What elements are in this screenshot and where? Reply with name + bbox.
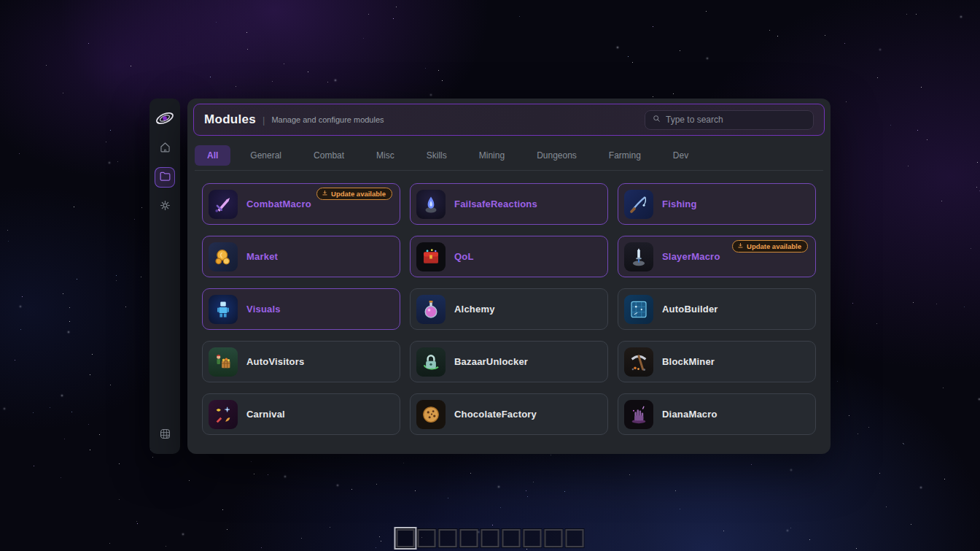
- update-badge[interactable]: Update available: [732, 240, 808, 253]
- cookie-icon: [416, 400, 446, 429]
- sidebar-item-settings[interactable]: [155, 196, 175, 217]
- module-grid: CombatMacro Update available FailsafeRea…: [202, 183, 816, 435]
- tab-general[interactable]: General: [238, 145, 294, 166]
- download-icon: [322, 190, 328, 198]
- module-name: AutoBuilder: [662, 304, 718, 315]
- module-name: FailsafeReactions: [454, 199, 537, 209]
- module-card-chocolatefactory[interactable]: ChocolateFactory Update available: [410, 393, 608, 435]
- search-icon: [652, 113, 661, 126]
- download-icon: [737, 242, 744, 250]
- hotbar-slot-2[interactable]: [418, 529, 436, 547]
- tab-all[interactable]: All: [195, 145, 230, 166]
- tab-combat[interactable]: Combat: [301, 145, 357, 166]
- module-name: AutoVisitors: [246, 356, 304, 367]
- hotbar-slot-9[interactable]: [566, 529, 584, 547]
- module-name: ChocolateFactory: [454, 409, 537, 420]
- lock-icon: [416, 347, 446, 377]
- flame-icon: [416, 190, 446, 219]
- hotbar-slot-1[interactable]: [397, 529, 415, 547]
- module-name: Carnival: [246, 409, 285, 420]
- module-card-bazaarunlocker[interactable]: BazaarUnlocker Update available: [410, 341, 608, 382]
- module-card-failsafereactions[interactable]: FailsafeReactions Update available: [410, 183, 608, 225]
- tab-dev[interactable]: Dev: [661, 145, 701, 166]
- module-card-carnival[interactable]: Carnival Update available: [202, 393, 400, 435]
- grid-globe-icon: [158, 427, 172, 443]
- panel-header: Modules | Manage and configure modules: [193, 104, 825, 136]
- pickaxe-icon: [624, 347, 653, 377]
- category-tabs: AllGeneralCombatMiscSkillsMiningDungeons…: [195, 145, 823, 171]
- module-card-blockminer[interactable]: BlockMiner Update available: [618, 341, 816, 382]
- sidebar-item-home[interactable]: [155, 138, 175, 158]
- module-card-autovisitors[interactable]: AutoVisitors Update available: [202, 341, 400, 382]
- hotbar-slot-4[interactable]: [460, 529, 478, 547]
- hotbar: [397, 529, 584, 547]
- page-title: Modules: [204, 112, 256, 127]
- search-input[interactable]: [666, 115, 806, 125]
- galaxy-icon: [154, 107, 176, 129]
- sidebar-item-web[interactable]: [155, 425, 175, 445]
- module-card-combatmacro[interactable]: CombatMacro Update available: [202, 183, 400, 225]
- page-subtitle: Manage and configure modules: [271, 115, 384, 124]
- chest-icon: [416, 242, 446, 271]
- module-name: CombatMacro: [246, 199, 311, 209]
- module-name: Alchemy: [454, 304, 495, 315]
- starfield-bright: [0, 0, 1, 1]
- module-name: DianaMacro: [662, 409, 718, 420]
- hotbar-slot-5[interactable]: [481, 529, 499, 547]
- module-name: Market: [246, 251, 278, 262]
- module-card-autobuilder[interactable]: AutoBuilder Update available: [618, 288, 816, 330]
- folder-icon: [158, 169, 172, 185]
- home-icon: [158, 140, 172, 156]
- module-name: QoL: [454, 251, 474, 262]
- sidebar: [149, 99, 180, 454]
- tab-dungeons[interactable]: Dungeons: [524, 145, 589, 166]
- blueprint-icon: [624, 295, 653, 324]
- module-card-market[interactable]: Market Update available: [202, 236, 400, 277]
- module-card-dianamacro[interactable]: DianaMacro Update available: [618, 393, 816, 435]
- hand-icon: [624, 400, 653, 429]
- update-badge-label: Update available: [747, 242, 801, 250]
- hotbar-slot-7[interactable]: [524, 529, 542, 547]
- module-card-fishing[interactable]: Fishing Update available: [618, 183, 816, 225]
- module-card-alchemy[interactable]: Alchemy Update available: [410, 288, 608, 330]
- hotbar-slot-6[interactable]: [502, 529, 521, 547]
- hotbar-slot-8[interactable]: [545, 529, 563, 547]
- modules-panel: Modules | Manage and configure modules A…: [187, 99, 831, 454]
- module-name: Visuals: [246, 304, 281, 315]
- title-separator: |: [262, 115, 265, 126]
- update-badge-label: Update available: [331, 190, 386, 198]
- sword-stone-icon: [624, 242, 653, 271]
- armor-icon: [209, 295, 238, 324]
- module-card-slayermacro[interactable]: SlayerMacro Update available: [618, 236, 816, 277]
- tab-mining[interactable]: Mining: [467, 145, 517, 166]
- tab-misc[interactable]: Misc: [364, 145, 407, 166]
- sword-icon: [209, 190, 238, 219]
- module-name: Fishing: [662, 199, 697, 209]
- module-name: BazaarUnlocker: [454, 356, 528, 367]
- potion-icon: [416, 295, 446, 324]
- tab-farming[interactable]: Farming: [596, 145, 653, 166]
- module-name: SlayerMacro: [662, 251, 720, 262]
- sidebar-item-modules[interactable]: [155, 167, 175, 188]
- module-card-qol[interactable]: QoL Update available: [410, 236, 608, 277]
- fishing-rod-icon: [624, 190, 653, 219]
- carnival-icon: [209, 400, 238, 429]
- tab-skills[interactable]: Skills: [414, 145, 459, 166]
- hotbar-slot-3[interactable]: [439, 529, 457, 547]
- module-card-visuals[interactable]: Visuals Update available: [202, 288, 400, 330]
- module-name: BlockMiner: [662, 356, 715, 367]
- coins-icon: [209, 242, 238, 271]
- search-box[interactable]: [645, 110, 814, 130]
- gear-icon: [158, 199, 172, 215]
- update-badge[interactable]: Update available: [316, 188, 392, 200]
- farmer-icon: [209, 347, 238, 377]
